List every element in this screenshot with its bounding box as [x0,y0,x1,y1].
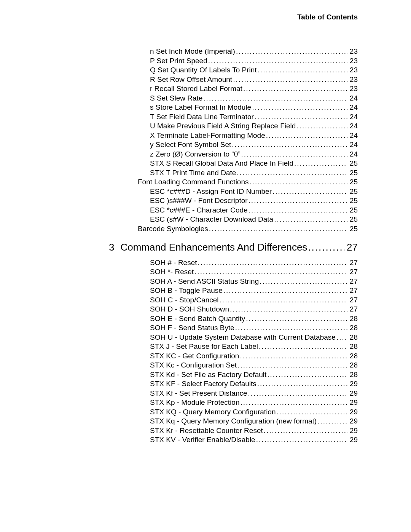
toc-entry-page: 27 [348,296,358,304]
toc-entry-page: 25 [348,206,358,214]
toc-entry-label: STX T Print Time and Date [150,169,236,176]
toc-entry-label: STX J - Set Pause for Each Label [150,343,258,350]
toc-entry-label: Q Set Quantity Of Labels To Print [150,66,257,73]
toc-leaders [336,334,347,341]
toc-leaders [223,287,347,294]
toc-leaders [236,48,347,55]
toc-leaders [277,408,347,415]
toc-leaders [230,305,347,313]
toc-entry: ESC *c###E - Character Code25 [150,206,358,214]
toc-entry: STX KC - Get Configuration28 [150,352,358,359]
toc-leaders [255,113,347,120]
toc-entry-label: S Set Slew Rate [150,94,202,102]
toc-leaders [274,216,347,223]
toc-entry-page: 24 [348,132,358,139]
toc-entry: T Set Field Data Line Terminator24 [150,113,358,120]
toc-leaders [241,150,347,158]
toc-leaders [233,76,347,83]
toc-entry-page: 23 [348,76,358,83]
toc-entry: r Recall Stored Label Format23 [150,85,358,92]
toc-leaders [248,390,347,397]
toc-leaders [257,380,347,387]
toc-entry: STX KV - Verifier Enable/Disable29 [150,436,358,443]
toc-entry: STX Kp - Module Protection29 [150,399,358,406]
toc-entry-label: STX Kq - Query Memory Configuration (new… [150,417,317,425]
toc-entry-label: STX Kf - Set Present Distance [150,390,247,397]
toc-leaders [296,122,347,129]
toc-entry: STX T Print Time and Date25 [150,169,358,176]
toc-leaders [260,278,347,285]
toc-entry-page: 28 [348,334,358,341]
toc-entry: X Terminate Label-Formatting Mode24 [150,132,358,139]
toc-entry-page: 29 [348,390,358,397]
toc-entry-page: 24 [348,94,358,102]
page-header-title: Table of Contents [293,13,358,21]
toc-entry: STX S Recall Global Data And Place In Fi… [150,160,358,167]
toc-entry-label: STX KF - Select Factory Defaults [150,380,256,387]
toc-entry-label: STX Kr - Resettable Counter Reset [150,427,263,434]
toc-leaders [249,197,347,204]
toc-entry-label: ESC *c###E - Character Code [150,206,248,214]
toc-entry-label: T Set Field Data Line Terminator [150,113,254,120]
toc-entry-page: 24 [348,150,358,158]
toc-leaders [235,324,347,331]
toc-entry-page: 28 [348,361,358,369]
toc-leaders [232,141,347,148]
toc-entry-page: 28 [348,371,358,378]
toc-entry-page: 27 [348,278,358,285]
toc-leaders [209,225,347,232]
toc-entry-label: SOH U - Update System Database with Curr… [150,334,336,341]
toc-leaders [240,352,347,359]
toc-entry-page: 25 [348,178,358,185]
toc-leaders [237,169,347,176]
toc-entry-page: 24 [348,122,358,129]
toc-entry-page: 23 [348,48,358,55]
toc-entry-page: 24 [348,141,358,148]
toc-leaders [243,85,347,92]
toc-leaders [264,427,347,434]
toc-entry-page: 23 [348,85,358,92]
toc-entry-page: 28 [348,343,358,350]
toc-entry-page: 29 [348,436,358,443]
toc-entry-label: SOH # - Reset [150,259,197,266]
toc-entry: ESC )s###W - Font Descriptor25 [150,197,358,204]
page: Table of Contents n Set Inch Mode (Imper… [0,0,411,532]
toc-leaders [317,417,347,425]
toc-leaders [256,436,347,443]
toc-entry: Barcode Symbologies25 [138,225,358,232]
toc-entry-label: ESC (s#W - Character Download Data [150,216,273,223]
toc: n Set Inch Mode (Imperial)23P Set Print … [129,48,358,443]
toc-entry-label: STX Kc - Configuration Set [150,361,237,369]
toc-entry-page: 25 [348,197,358,204]
toc-entry-page: 28 [348,352,358,359]
toc-entry-page: 27 [348,268,358,275]
toc-entry-label: z Zero (Ø) Conversion to “0” [150,150,241,158]
toc-entry-label: SOH C - Stop/Cancel [150,296,219,304]
toc-entry: STX Kq - Query Memory Configuration (new… [150,417,358,425]
toc-entry: STX Kf - Set Present Distance29 [150,390,358,397]
toc-leaders [250,178,347,185]
toc-entry-page: 25 [348,216,358,223]
toc-entry-label: SOH *- Reset [150,268,194,275]
chapter-number: 3 [109,242,120,252]
toc-entry-label: STX KV - Verifier Enable/Disable [150,436,255,443]
toc-entry-page: 28 [348,315,358,322]
toc-entry-label: ESC )s###W - Font Descriptor [150,197,248,204]
toc-entry: SOH # - Reset27 [150,259,358,266]
toc-leaders [308,242,344,252]
toc-entry: ESC *c###D - Assign Font ID Number25 [150,188,358,195]
toc-entry-page: 29 [348,408,358,415]
toc-entry: P Set Print Speed23 [150,57,358,64]
toc-entry-label: r Recall Stored Label Format [150,85,242,92]
toc-entry-label: STX KQ - Query Memory Configuration [150,408,276,415]
toc-entry-page: 25 [348,225,358,232]
toc-chapter-heading: 3 Command Enhancements And Differences 2… [109,242,358,252]
toc-leaders [241,399,347,406]
toc-entry-page: 27 [348,305,358,313]
toc-entry-page: 29 [348,417,358,425]
toc-leaders [272,188,347,195]
toc-entry: SOH *- Reset27 [150,268,358,275]
toc-entry: STX KQ - Query Memory Configuration29 [150,408,358,415]
toc-entry-label: SOH F - Send Status Byte [150,324,234,331]
toc-entry-label: Font Loading Command Functions [138,178,249,185]
